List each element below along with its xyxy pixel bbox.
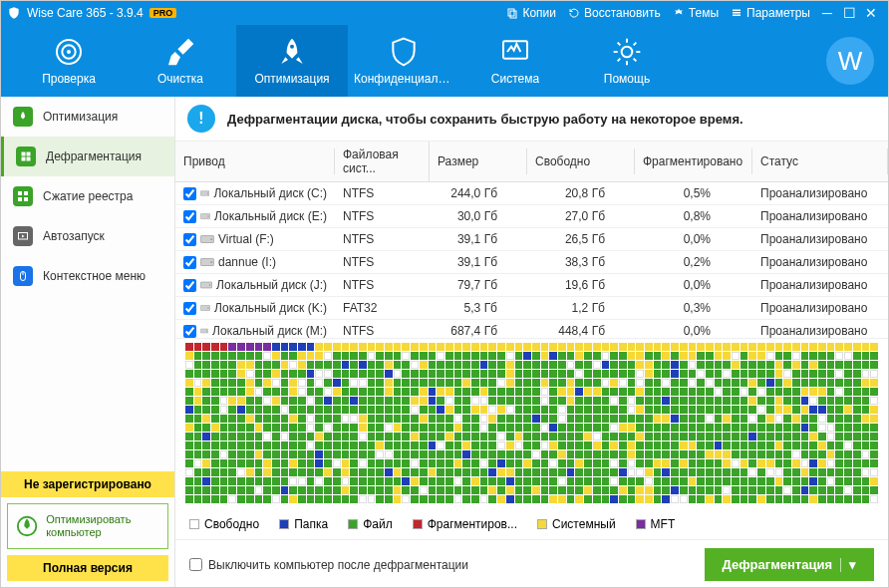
table-row[interactable]: Virtual (F:)NTFS39,1 Гб26,5 Гб0,0%Проана… bbox=[175, 228, 888, 251]
sidebar-item-label: Контекстное меню bbox=[43, 269, 146, 283]
table-row[interactable]: Локальный диск (K:)FAT325,3 Гб1,2 Гб0,3%… bbox=[175, 297, 888, 320]
drive-name: Локальный диск (J:) bbox=[216, 278, 327, 292]
copies-label: Копии bbox=[522, 6, 556, 20]
swatch-system bbox=[537, 519, 547, 529]
svg-point-26 bbox=[207, 215, 208, 216]
svg-rect-2 bbox=[733, 10, 741, 12]
brush-icon bbox=[164, 36, 196, 68]
tab-system[interactable]: Система bbox=[459, 25, 571, 97]
tab-optimization[interactable]: Оптимизация bbox=[236, 25, 348, 97]
size-cell: 244,0 Гб bbox=[430, 182, 527, 204]
table-row[interactable]: Локальный диск (C:)NTFS244,0 Гб20,8 Гб0,… bbox=[175, 182, 888, 205]
params-link[interactable]: Параметры bbox=[731, 6, 810, 20]
svg-point-32 bbox=[209, 284, 211, 286]
restore-icon bbox=[568, 7, 580, 19]
sidebar-item-startup[interactable]: Автозапуск bbox=[1, 216, 174, 256]
free-cell: 19,6 Гб bbox=[527, 274, 635, 296]
table-row[interactable]: Локальный диск (E:)NTFS30,0 Гб27,0 Гб0,8… bbox=[175, 205, 888, 228]
startup-icon bbox=[13, 226, 33, 246]
col-fs[interactable]: Файловая сист... bbox=[335, 142, 430, 181]
shutdown-checkbox-label[interactable]: Выключить компьютер после дефрагментации bbox=[189, 558, 468, 572]
copies-link[interactable]: Копии bbox=[506, 6, 556, 20]
legend-fragmented-label: Фрагментиров... bbox=[428, 517, 517, 531]
status-cell: Проанализировано bbox=[752, 251, 888, 273]
legend-system: Системный bbox=[537, 517, 616, 531]
row-checkbox[interactable] bbox=[183, 210, 196, 223]
tab-help[interactable]: Помощь bbox=[571, 25, 683, 97]
defrag-button[interactable]: Дефрагментация ▾ bbox=[705, 548, 874, 581]
sidebar-item-defrag[interactable]: Дефрагментация bbox=[1, 137, 174, 176]
minimize-button[interactable]: ─ bbox=[816, 5, 838, 21]
tab-cleanup-label: Очистка bbox=[157, 72, 203, 86]
table-row[interactable]: Локальный диск (J:)NTFS79,7 Гб19,6 Гб0,0… bbox=[175, 274, 888, 297]
svg-point-10 bbox=[622, 47, 633, 58]
row-checkbox[interactable] bbox=[183, 233, 196, 246]
sidebar-item-registry[interactable]: Сжатие реестра bbox=[1, 176, 174, 216]
col-status[interactable]: Статус bbox=[752, 148, 888, 174]
rocket-icon bbox=[276, 36, 308, 68]
size-cell: 30,0 Гб bbox=[430, 205, 527, 227]
pro-badge: PRO bbox=[149, 8, 177, 18]
legend-mft: MFT bbox=[636, 517, 676, 531]
svg-point-24 bbox=[207, 192, 208, 193]
row-checkbox[interactable] bbox=[183, 187, 196, 200]
row-checkbox[interactable] bbox=[183, 279, 196, 292]
shutdown-checkbox[interactable] bbox=[189, 558, 202, 571]
tab-check[interactable]: Проверка bbox=[13, 25, 125, 97]
themes-icon bbox=[673, 7, 685, 19]
frag-cell: 0,0% bbox=[635, 320, 752, 338]
status-cell: Проанализировано bbox=[752, 320, 888, 338]
col-size[interactable]: Размер bbox=[430, 148, 527, 174]
free-cell: 38,3 Гб bbox=[527, 251, 635, 273]
fs-cell: NTFS bbox=[335, 251, 430, 273]
copies-icon bbox=[506, 7, 518, 19]
legend: Свободно Папка Файл Фрагментиров... Сист… bbox=[175, 509, 888, 539]
fs-cell: NTFS bbox=[335, 228, 430, 250]
swatch-mft bbox=[636, 519, 646, 529]
col-frag[interactable]: Фрагментировано bbox=[635, 148, 752, 174]
tab-system-label: Система bbox=[491, 72, 539, 86]
sidebar-item-optimization[interactable]: Оптимизация bbox=[1, 97, 174, 137]
main-panel: ! Дефрагментации диска, чтобы сохранить … bbox=[175, 97, 888, 587]
footer: Выключить компьютер после дефрагментации… bbox=[175, 539, 888, 587]
table-row[interactable]: Локальный диск (M:)NTFS687,4 Гб448,4 Гб0… bbox=[175, 320, 888, 338]
svg-rect-18 bbox=[24, 197, 28, 201]
full-version-button[interactable]: Полная версия bbox=[7, 555, 168, 581]
tab-cleanup[interactable]: Очистка bbox=[125, 25, 236, 97]
status-cell: Проанализировано bbox=[752, 182, 888, 204]
status-cell: Проанализировано bbox=[752, 228, 888, 250]
tab-help-label: Помощь bbox=[604, 72, 650, 86]
defrag-button-label: Дефрагментация bbox=[723, 557, 832, 572]
sidebar: Оптимизация Дефрагментация Сжатие реестр… bbox=[1, 97, 175, 587]
swatch-file bbox=[348, 519, 358, 529]
maximize-button[interactable]: ☐ bbox=[838, 5, 860, 21]
col-drive[interactable]: Привод bbox=[175, 148, 335, 174]
tab-privacy[interactable]: Конфиденциаль... bbox=[348, 25, 459, 97]
svg-rect-15 bbox=[18, 191, 22, 195]
sidebar-item-label: Автозапуск bbox=[43, 229, 105, 243]
themes-link[interactable]: Темы bbox=[673, 6, 719, 20]
close-button[interactable]: ✕ bbox=[860, 5, 882, 21]
optimize-computer-card[interactable]: Оптимизировать компьютер bbox=[7, 503, 168, 549]
free-cell: 27,0 Гб bbox=[527, 205, 635, 227]
restore-link[interactable]: Восстановить bbox=[568, 6, 661, 20]
table-row[interactable]: dannue (I:)NTFS39,1 Гб38,3 Гб0,2%Проанал… bbox=[175, 251, 888, 274]
row-checkbox[interactable] bbox=[183, 325, 196, 338]
params-label: Параметры bbox=[746, 6, 810, 20]
target-icon bbox=[53, 36, 85, 68]
row-checkbox[interactable] bbox=[183, 302, 196, 315]
frag-cell: 0,0% bbox=[635, 274, 752, 296]
avatar[interactable]: W bbox=[826, 37, 874, 85]
tab-privacy-label: Конфиденциаль... bbox=[354, 72, 453, 86]
tab-check-label: Проверка bbox=[42, 72, 96, 86]
size-cell: 39,1 Гб bbox=[430, 251, 527, 273]
row-checkbox[interactable] bbox=[183, 256, 196, 269]
col-free[interactable]: Свободно bbox=[527, 148, 635, 174]
svg-rect-0 bbox=[508, 9, 514, 16]
svg-rect-13 bbox=[22, 157, 26, 161]
legend-mft-label: MFT bbox=[651, 517, 676, 531]
legend-folder-label: Папка bbox=[294, 517, 328, 531]
svg-rect-12 bbox=[27, 152, 31, 156]
restore-label: Восстановить bbox=[584, 6, 661, 20]
sidebar-item-context[interactable]: Контекстное меню bbox=[1, 256, 174, 296]
